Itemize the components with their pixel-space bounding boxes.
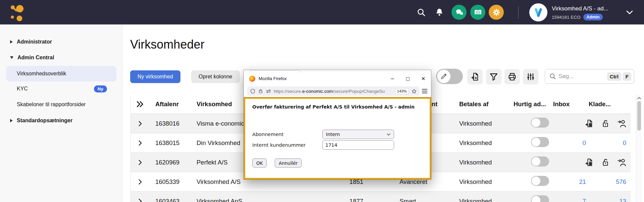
top-header: Virksomhed A/S - ad... 1594181 ECO Admin: [0, 0, 644, 24]
drafts-count-link[interactable]: 13: [587, 198, 631, 202]
ok-button[interactable]: OK: [252, 158, 267, 167]
new-badge: Ny: [94, 85, 107, 92]
expand-row-icon[interactable]: [136, 119, 145, 128]
sliders-icon: [526, 72, 535, 81]
journal-lock-icon[interactable]: [584, 119, 594, 128]
sidebar-item-skabeloner[interactable]: Skabeloner til rapportforsider: [6, 100, 116, 109]
shield-icon[interactable]: [250, 88, 256, 94]
agreement-number: 1603463: [150, 198, 190, 202]
column-header-betales-af[interactable]: Betales af: [453, 100, 510, 108]
new-company-button[interactable]: Ny virksomhed: [130, 70, 180, 83]
firefox-popup-window: Mozilla Firefox − □ ✕ https://secure.e-c…: [244, 70, 431, 180]
customer-number-input[interactable]: [322, 140, 394, 150]
permissions-icon[interactable]: [266, 88, 271, 94]
subscription-name: Smart: [389, 198, 453, 202]
account-name[interactable]: Virksomhed A/S - ad...: [552, 5, 608, 12]
sidebar-group-admin-central[interactable]: Admin Central: [10, 53, 54, 62]
firefox-logo-icon: [249, 76, 255, 82]
help-book-button[interactable]: [470, 5, 485, 20]
bookmark-star-icon[interactable]: [411, 88, 417, 94]
expand-row-icon[interactable]: [136, 139, 145, 147]
inbox-count-link[interactable]: 7: [550, 198, 587, 202]
browser-navbar: https://secure.e-conomic.com/secure/Popu…: [244, 85, 431, 97]
journal-import-button[interactable]: [467, 69, 483, 84]
e-conomic-logo-icon[interactable]: [9, 4, 27, 21]
internal-number: 1877: [272, 198, 389, 202]
inbox-count-link[interactable]: 21: [550, 178, 587, 186]
customer-number-field-label: Internt kundenummer: [252, 140, 306, 150]
expand-row-icon[interactable]: [136, 178, 145, 186]
account-avatar[interactable]: [529, 3, 547, 21]
expand-row-icon[interactable]: [136, 197, 145, 202]
search-icon: [549, 73, 556, 80]
bell-icon[interactable]: [435, 8, 444, 17]
agreement-number: 1605339: [150, 178, 190, 186]
company-name: Virksomhed ApS: [190, 198, 272, 202]
window-titlebar[interactable]: Mozilla Firefox − □ ✕: [244, 72, 431, 85]
cancel-button[interactable]: Annullér: [275, 158, 302, 167]
print-button[interactable]: [504, 69, 520, 84]
browser-tab[interactable]: [249, 70, 301, 73]
lock-icon[interactable]: [258, 88, 263, 94]
maximize-button[interactable]: □: [400, 72, 416, 85]
shortcut-f-badge: F: [623, 72, 631, 81]
edit-mode-toggle[interactable]: [436, 69, 463, 84]
chat-icon: [455, 8, 464, 17]
chat-button[interactable]: [451, 5, 467, 20]
quick-access-toggle[interactable]: [531, 118, 549, 128]
login-as-user-icon[interactable]: [617, 158, 627, 167]
quick-access-toggle[interactable]: [531, 137, 549, 147]
gear-icon: [492, 8, 501, 17]
drafts-count-link[interactable]: 0: [587, 139, 631, 147]
app-root: Virksomhed A/S - ad... 1594181 ECO Admin…: [0, 0, 644, 202]
scrollbar-thumb[interactable]: [637, 101, 641, 131]
collapsed-arrow-icon: [10, 119, 13, 122]
scroll-up-icon[interactable]: [637, 96, 642, 100]
expand-row-icon[interactable]: [136, 158, 145, 167]
zoom-level-badge[interactable]: 143%: [395, 88, 409, 94]
column-header-inbox[interactable]: Inbox: [550, 100, 587, 108]
quick-access-toggle[interactable]: [531, 195, 549, 202]
column-header-kladde[interactable]: Klade...: [587, 100, 631, 108]
account-id: 1594181 ECO: [552, 15, 581, 20]
table-row[interactable]: 1603463 Virksomhed ApS 1877 Smart Virkso…: [131, 192, 631, 202]
minimize-button[interactable]: −: [385, 72, 400, 85]
menu-hamburger-icon[interactable]: [422, 88, 428, 94]
paid-by: Virksomhed: [453, 159, 510, 166]
expand-all-icon[interactable]: [135, 99, 145, 109]
column-header-aftalenr[interactable]: Aftalenr: [150, 100, 190, 108]
search-input[interactable]: [558, 73, 605, 80]
search-icon[interactable]: [417, 8, 426, 17]
table-scrollbar[interactable]: [636, 95, 642, 202]
sidebar-group-administrator[interactable]: Administrator: [10, 38, 52, 46]
url-domain: e-conomic.com: [302, 89, 333, 94]
inbox-count-link[interactable]: 0: [550, 139, 587, 147]
login-as-user-icon[interactable]: [617, 119, 627, 128]
quick-access-toggle[interactable]: [531, 176, 549, 186]
filter-button[interactable]: [486, 69, 501, 84]
journal-lock-icon[interactable]: [584, 158, 594, 167]
unlock-icon[interactable]: [601, 158, 610, 167]
url-bar[interactable]: https://secure.e-conomic.com/secure/Popu…: [247, 86, 420, 96]
unlock-icon[interactable]: [601, 119, 610, 128]
column-settings-button[interactable]: [523, 69, 538, 84]
sidebar-item-kyc[interactable]: KYC Ny: [6, 84, 116, 93]
quick-access-toggle[interactable]: [531, 156, 549, 166]
column-header-hurtig-adgang[interactable]: Hurtig ad...: [510, 100, 550, 108]
transfer-billing-dialog: Overfør fakturering af Perfekt A/S til V…: [244, 97, 431, 179]
paid-by: Virksomhed: [453, 178, 510, 186]
sidebar-group-standardopsaetninger[interactable]: Standardopsætninger: [10, 116, 72, 125]
close-button[interactable]: ✕: [416, 72, 431, 85]
agreement-number: 1638015: [150, 139, 190, 147]
chevron-down-icon[interactable]: [626, 10, 633, 15]
admin-badge: Admin: [583, 14, 603, 20]
create-column-button[interactable]: Opret kolonne: [191, 70, 240, 83]
drafts-count-link[interactable]: 576: [587, 178, 631, 186]
select-chevron-icon: [387, 133, 390, 136]
expanded-arrow-icon: [10, 56, 13, 59]
settings-button[interactable]: [489, 5, 504, 20]
subscription-field-label: Abonnement: [252, 130, 283, 139]
sidebar: Administrator Admin Central Virksomhedso…: [0, 24, 122, 202]
subscription-select[interactable]: Intern: [322, 130, 394, 139]
sidebar-item-virksomhedsoverblik[interactable]: Virksomhedsoverblik: [6, 66, 116, 81]
